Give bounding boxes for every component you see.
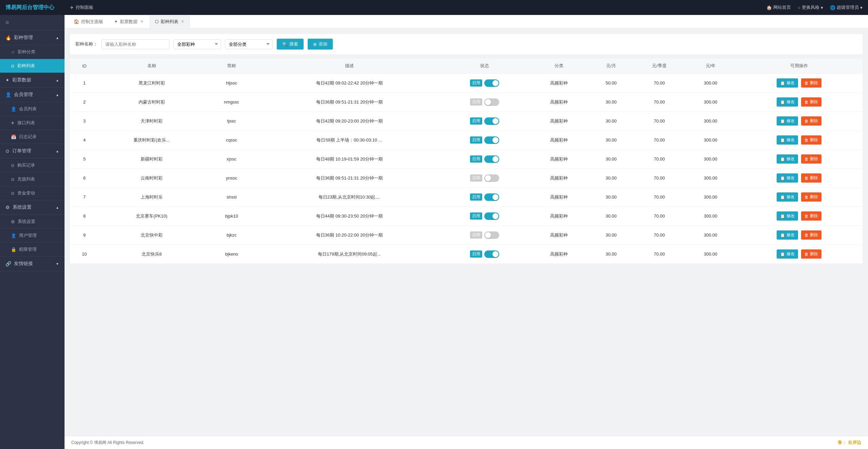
edit-icon: 📋 <box>780 176 785 181</box>
table-row: 10 北京快乐8 bjkeno 每日179期,从北京时间09:05起... 启用… <box>70 245 863 264</box>
cell-abbr: hljssc <box>204 74 259 93</box>
tab-bar: 🏠 控制主面板 ✦ 彩票数据 ✕ ⬡ 彩种列表 ✕ <box>65 15 868 29</box>
member-icon: 👤 <box>5 92 11 97</box>
sidebar-group-member-mgmt[interactable]: 👤 会员管理 ▲ <box>0 88 65 102</box>
delete-button[interactable]: 🗑 删除 <box>801 230 821 240</box>
delete-button[interactable]: 🗑 删除 <box>801 192 821 202</box>
sidebar-item-log-records[interactable]: 📅 日志记录 <box>0 130 65 144</box>
tab-close-lottery-data[interactable]: ✕ <box>140 19 144 24</box>
chevron-down-icon5: ▼ <box>56 262 59 266</box>
sidebar-group-ticket-data[interactable]: ✦ 彩票数据 ▲ <box>0 73 65 88</box>
status-toggle[interactable] <box>484 174 499 182</box>
delete-button[interactable]: 🗑 删除 <box>801 135 821 145</box>
cell-desc: 每日36期 09:51-21:31 20分钟一期 <box>259 93 440 112</box>
sidebar-item-lottery-list[interactable]: ⊙ 彩种列表 <box>0 59 65 73</box>
dashboard-icon: ✈ <box>70 5 74 10</box>
table-row: 2 内蒙古时时彩 nmgssc 每日36期 09:51-21:31 20分钟一期… <box>70 93 863 112</box>
delete-icon: 🗑 <box>804 195 809 200</box>
edit-button[interactable]: 📋 修改 <box>777 211 798 221</box>
sidebar-item-interface-list[interactable]: ✈ 接口列表 <box>0 116 65 130</box>
cell-name: 云南时时彩 <box>99 169 204 188</box>
cell-status: 启用 <box>440 150 529 169</box>
settings-icon: ⚙ <box>5 205 10 210</box>
sidebar-group-lottery-mgmt[interactable]: 🔥 彩种管理 ▲ <box>0 31 65 45</box>
sidebar-item-purchase-records[interactable]: ⊙ 购买记录 <box>0 158 65 172</box>
edit-icon: 📋 <box>780 138 785 143</box>
delete-button[interactable]: 🗑 删除 <box>801 97 821 107</box>
cell-category: 高频彩种 <box>529 207 589 226</box>
sidebar-item-lottery-category[interactable]: ☆ 彩种分类 <box>0 45 65 59</box>
edit-button[interactable]: 📋 修改 <box>777 230 798 240</box>
purchase-icon: ⊙ <box>11 163 15 168</box>
tab-lottery-list[interactable]: ⬡ 彩种列表 ✕ <box>150 16 190 28</box>
edit-button[interactable]: 📋 修改 <box>777 154 798 164</box>
edit-button[interactable]: 📋 修改 <box>777 116 798 126</box>
sidebar-item-permission-mgmt[interactable]: 🔒 权限管理 <box>0 243 65 257</box>
sidebar-toggle[interactable]: ≡ <box>0 15 65 31</box>
cell-name: 北京快乐8 <box>99 245 204 264</box>
sidebar-item-fund-changes[interactable]: ⊙ 资金变动 <box>0 186 65 200</box>
edit-button[interactable]: 📋 修改 <box>777 135 798 145</box>
edit-icon: 📋 <box>780 233 785 238</box>
status-toggle[interactable] <box>484 117 499 125</box>
col-quarterly: 元/季度 <box>633 58 685 74</box>
status-toggle[interactable] <box>484 231 499 239</box>
status-toggle[interactable] <box>484 79 499 87</box>
sidebar-item-user-mgmt[interactable]: 👤 用户管理 <box>0 229 65 243</box>
col-actions: 可用操作 <box>736 58 863 74</box>
edit-button[interactable]: 📋 修改 <box>777 249 798 259</box>
table-row: 4 重庆时时彩(欢乐... cqssc 每日59期 上半场：00:30-03:1… <box>70 131 863 150</box>
delete-button[interactable]: 🗑 删除 <box>801 211 821 221</box>
sidebar-group-friend-links[interactable]: 🔗 友情链接 ▼ <box>0 257 65 271</box>
tab-control-panel[interactable]: 🏠 控制主面板 <box>69 16 108 28</box>
col-category: 分类 <box>529 58 589 74</box>
lottery-table: ID 名称 简称 描述 状态 分类 元/月 元/季度 元/年 可用操作 <box>70 58 863 264</box>
col-monthly: 元/月 <box>589 58 633 74</box>
status-toggle[interactable] <box>484 98 499 106</box>
edit-button[interactable]: 📋 修改 <box>777 173 798 183</box>
status-toggle[interactable] <box>484 193 499 201</box>
status-label: 在岸边 <box>848 440 861 445</box>
cell-status: 启用 <box>440 93 529 112</box>
home-link[interactable]: 🏠 网站首页 <box>766 4 791 11</box>
cell-status: 启用 <box>440 169 529 188</box>
status-toggle[interactable] <box>484 155 499 163</box>
sidebar-item-recharge-list[interactable]: ⊙ 充值列表 <box>0 172 65 186</box>
search-button[interactable]: 🔍 搜索 <box>277 39 304 50</box>
cell-id: 10 <box>70 245 99 264</box>
edit-button[interactable]: 📋 修改 <box>777 192 798 202</box>
delete-button[interactable]: 🗑 删除 <box>801 116 821 126</box>
admin-link[interactable]: 🌐 超级管理员 ▾ <box>830 4 863 11</box>
lottery-type-select[interactable]: 全部彩种 <box>174 39 221 49</box>
status-toggle[interactable] <box>484 250 499 258</box>
tab-close-lottery-list[interactable]: ✕ <box>180 19 185 24</box>
cell-yearly: 300.00 <box>686 226 736 245</box>
delete-button[interactable]: 🗑 删除 <box>801 249 821 259</box>
delete-button[interactable]: 🗑 删除 <box>801 78 821 88</box>
edit-button[interactable]: 📋 修改 <box>777 97 798 107</box>
cell-actions: 📋 修改 🗑 删除 <box>736 74 863 93</box>
chevron-down-icon: ▾ <box>821 5 823 10</box>
chevron-up-icon4: ▲ <box>56 206 59 209</box>
cell-id: 5 <box>70 150 99 169</box>
sidebar-item-settings[interactable]: ⚙ 系统设置 <box>0 215 65 229</box>
cell-abbr: shssl <box>204 188 259 207</box>
chevron-up-icon2: ▲ <box>56 93 59 97</box>
sidebar-group-order-mgmt[interactable]: ⊙ 订单管理 ▲ <box>0 144 65 158</box>
filter-bar: 彩种名称： 全部彩种 全部分类 🔍 搜索 ⊕ 添加 <box>70 34 863 54</box>
edit-button[interactable]: 📋 修改 <box>777 78 798 88</box>
status-toggle[interactable] <box>484 136 499 144</box>
category-select[interactable]: 全部分类 <box>225 39 273 49</box>
sidebar-group-system-settings[interactable]: ⚙ 系统设置 ▲ <box>0 200 65 215</box>
tab-lottery-data[interactable]: ✦ 彩票数据 ✕ <box>109 16 149 28</box>
status-toggle[interactable] <box>484 212 499 220</box>
delete-button[interactable]: 🗑 删除 <box>801 154 821 164</box>
cell-yearly: 300.00 <box>686 169 736 188</box>
add-button[interactable]: ⊕ 添加 <box>308 39 333 50</box>
delete-button[interactable]: 🗑 删除 <box>801 173 821 183</box>
sidebar-item-member-list[interactable]: 👤 会员列表 <box>0 102 65 116</box>
permission-icon: 🔒 <box>11 247 16 252</box>
search-input[interactable] <box>102 39 169 49</box>
theme-link[interactable]: ○ 更换风格 ▾ <box>798 4 823 11</box>
cell-status: 启用 <box>440 207 529 226</box>
